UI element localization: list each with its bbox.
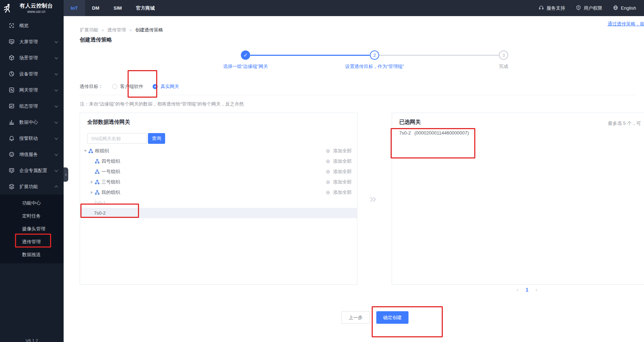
pagination: ‹ 1 › <box>517 287 537 293</box>
search-input[interactable] <box>87 133 147 144</box>
sidebar-item-label: 组态管理 <box>19 103 38 109</box>
add-all-button[interactable]: ⊕添加全部 <box>326 189 352 196</box>
tree-org-一号组织[interactable]: 一号组织⊕添加全部 <box>80 166 357 177</box>
chevron-down-icon <box>55 88 58 91</box>
sidebar-menu: 概览大屏管理场景管理设备管理网关管理组态管理数据中心报警联动增值服务企业专属配置… <box>0 16 64 195</box>
all-gateways-panel: 全部数据透传网关 查询 根组织⊕添加全部四号组织⊕添加全部一号组织⊕添加全部三号… <box>80 113 357 285</box>
chevron-down-icon <box>55 120 58 123</box>
sidebar-item-label: 增值服务 <box>19 151 38 158</box>
navbar-item-English[interactable]: English <box>613 5 636 11</box>
add-circle-icon: ⊕ <box>326 190 330 195</box>
breadcrumb-item-扩展功能[interactable]: 扩展功能 <box>80 27 98 33</box>
stepper-line-pending <box>379 55 499 56</box>
navbar-item-服务支持[interactable]: 服务支持 <box>539 5 565 11</box>
sidebar-collapse-handle[interactable]: ‹ <box>64 167 68 182</box>
sidebar-item-label: 大屏管理 <box>19 39 38 45</box>
sidebar-item-企业专属配置[interactable]: 企业专属配置 <box>0 162 64 179</box>
next-page-button[interactable]: › <box>535 287 537 293</box>
previous-step-button[interactable]: 上一步 <box>341 311 370 324</box>
confirm-create-button[interactable]: 确定创建 <box>376 311 408 324</box>
sidebar-item-label: 场景管理 <box>19 55 38 61</box>
caret-down-icon[interactable] <box>83 150 88 152</box>
nav-tab-DM[interactable]: DM <box>85 0 106 16</box>
sidebar-item-场景管理[interactable]: 场景管理 <box>0 50 64 66</box>
all-gateways-title: 全部数据透传网关 <box>87 119 130 126</box>
tree-org-四号组织[interactable]: 四号组织⊕添加全部 <box>80 156 357 166</box>
page-title: 创建透传策略 <box>80 36 112 43</box>
tree-org-我的组织[interactable]: 我的组织⊕添加全部 <box>80 187 357 197</box>
selected-gateway-sn: (00002000114460000007) <box>415 130 469 136</box>
target-label: 透传目标： <box>80 83 103 90</box>
caret-right-icon[interactable] <box>89 181 94 184</box>
chevron-down-icon <box>55 152 58 156</box>
stepper-line-done <box>250 55 370 56</box>
logo[interactable]: 有人云控制台 www.usr.cn <box>0 0 64 16</box>
add-all-label: 添加全部 <box>333 158 352 165</box>
caret-right-icon[interactable] <box>89 191 94 194</box>
screen-icon <box>8 39 15 45</box>
value-service-icon <box>8 151 15 158</box>
sidebar-subitem-功能中心[interactable]: 功能中心 <box>0 197 64 210</box>
gateway-tree: 根组织⊕添加全部四号组织⊕添加全部一号组织⊕添加全部三号组织⊕添加全部我的组织⊕… <box>80 146 357 218</box>
sidebar-item-label: 企业专属配置 <box>19 167 47 174</box>
radio-option-label: 真实网关 <box>160 83 179 90</box>
add-all-button[interactable]: ⊕添加全部 <box>326 148 352 154</box>
tree-org-三号组织[interactable]: 三号组织⊕添加全部 <box>80 177 357 187</box>
navbar-item-用户权限[interactable]: 用户权限 <box>576 5 602 11</box>
tree-org-根组织[interactable]: 根组织⊕添加全部 <box>80 146 357 156</box>
breadcrumb-item-透传管理[interactable]: 透传管理 <box>108 27 126 33</box>
organization-icon <box>95 159 100 164</box>
version-label: V6.1.2 <box>0 338 64 342</box>
navbar-item-label: English <box>621 5 636 11</box>
add-all-label: 添加全部 <box>333 168 352 175</box>
target-radio-group: 客户端软件真实网关 <box>103 83 179 90</box>
search-button[interactable]: 查询 <box>148 133 165 144</box>
tree-gateway-7s0-1[interactable]: 7s0-1 <box>80 197 357 208</box>
note-text: 注：来自“边缘端”的每个网关的数据，都将透传给“管理端”的每个网关，反之亦然 <box>80 101 244 107</box>
organization-icon <box>95 169 100 174</box>
add-all-button[interactable]: ⊕添加全部 <box>326 168 352 175</box>
alarm-icon <box>8 135 15 142</box>
globe-icon <box>613 5 618 11</box>
sidebar-item-增值服务[interactable]: 增值服务 <box>0 146 64 162</box>
nav-tab-SIM[interactable]: SIM <box>106 0 129 16</box>
tree-gateway-7s0-2[interactable]: 7s0-2 <box>80 208 357 218</box>
prev-page-button[interactable]: ‹ <box>517 287 519 293</box>
add-all-label: 添加全部 <box>333 148 352 154</box>
sidebar-item-label: 报警联动 <box>19 135 38 142</box>
add-all-button[interactable]: ⊕添加全部 <box>326 179 352 185</box>
sidebar-item-大屏管理[interactable]: 大屏管理 <box>0 34 64 50</box>
nav-tab-官方商城[interactable]: 官方商城 <box>129 0 162 16</box>
logo-subtitle: www.usr.cn <box>20 10 53 14</box>
chevron-down-icon <box>55 72 58 75</box>
sidebar-item-数据中心[interactable]: 数据中心 <box>0 114 64 130</box>
sidebar-subitem-摄像头管理[interactable]: 摄像头管理 <box>0 223 64 235</box>
organization-icon <box>95 180 100 185</box>
tree-node-label: 7s0-2 <box>94 210 106 216</box>
sidebar-subitem-数据推送[interactable]: 数据推送 <box>0 248 64 261</box>
navbar-item-label: 服务支持 <box>546 5 565 11</box>
add-all-label: 添加全部 <box>333 179 352 185</box>
main-content: 扩展功能>透传管理>创建透传策略 通过透传策略，能 创建透传策略 ✓选择一组“边… <box>64 16 644 342</box>
add-all-button[interactable]: ⊕添加全部 <box>326 158 352 165</box>
step-circle-3: 3 <box>499 50 508 60</box>
sidebar-item-报警联动[interactable]: 报警联动 <box>0 130 64 146</box>
sidebar-item-网关管理[interactable]: 网关管理 <box>0 82 64 98</box>
sidebar-subitem-定时任务[interactable]: 定时任务 <box>0 210 64 223</box>
top-navbar: IoTDMSIM官方商城 服务支持用户权限English <box>64 0 644 16</box>
sidebar-item-扩展功能[interactable]: 扩展功能 <box>0 179 64 195</box>
sidebar-item-组态管理[interactable]: 组态管理 <box>0 98 64 114</box>
radio-option-真实网关[interactable]: 真实网关 <box>153 83 179 90</box>
sidebar-subitem-透传管理[interactable]: 透传管理 <box>0 235 64 248</box>
current-page[interactable]: 1 <box>526 287 529 293</box>
sidebar-item-概览[interactable]: 概览 <box>0 18 64 34</box>
radio-option-客户端软件[interactable]: 客户端软件 <box>112 83 143 90</box>
nav-tab-IoT[interactable]: IoT <box>64 0 85 16</box>
scada-icon <box>8 103 15 109</box>
step-label-3: 完成 <box>499 63 508 70</box>
sidebar-item-设备管理[interactable]: 设备管理 <box>0 66 64 82</box>
help-link[interactable]: 通过透传策略，能 <box>608 21 644 27</box>
radio-button <box>153 84 158 89</box>
organization-icon <box>95 190 100 195</box>
gateway-icon <box>8 87 15 93</box>
